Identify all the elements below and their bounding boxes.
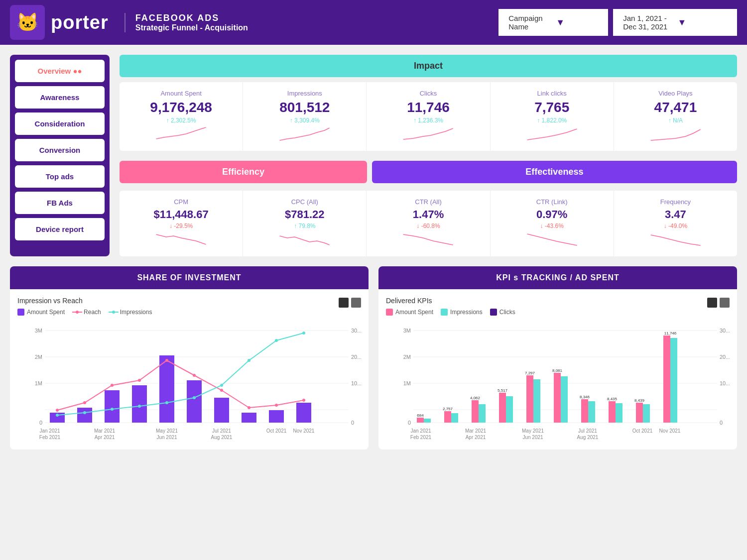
metric-value: 7,765 [496,100,609,115]
metric-impressions: Impressions 801,512 ↑ 3,309.4% [243,82,367,151]
svg-text:20...: 20... [351,354,361,360]
svg-point-30 [138,379,141,382]
svg-rect-79 [663,336,670,423]
header-title-sub: Strategic Funnel - Acquisition [135,23,248,32]
soi-legend: Amount Spent Reach Impressions [17,309,361,316]
legend-amount-spent: Amount Spent [17,309,65,316]
sidebar-item-overview[interactable]: Overview ●● [15,60,105,82]
sparkline-ctr-link [496,232,609,247]
svg-text:8,081: 8,081 [552,368,563,373]
impact-metrics-row: Amount Spent 9,176,248 ↑ 2,302.5% Impres… [120,82,737,151]
svg-text:11,746: 11,746 [664,331,677,336]
kpi-chart-svg: 3M 2M 1M 0 30... 20... 10... 0 [386,321,730,440]
svg-point-37 [56,414,59,417]
svg-text:3M: 3M [35,328,42,334]
efficiency-header: Efficiency [120,161,367,183]
svg-text:3M: 3M [403,328,411,334]
svg-point-33 [220,389,223,392]
svg-text:2M: 2M [403,354,411,360]
svg-point-36 [302,399,305,402]
sparkline-cpm [124,232,238,247]
date-arrow-icon: ▼ [678,17,727,28]
metric-ctr-link: CTR (Link) 0.97% ↓ -43.6% [491,191,614,256]
svg-rect-23 [214,398,229,423]
sidebar-item-awareness[interactable]: Awareness [15,86,105,109]
sparkline-video-plays [619,126,732,141]
svg-text:Oct 2021: Oct 2021 [266,428,287,434]
legend-impressions: Impressions [109,309,152,316]
svg-text:Jun 2021: Jun 2021 [156,435,177,440]
campaign-select[interactable]: Campaign Name ▼ [498,9,608,36]
reach-line-icon [72,310,82,315]
metric-label: Frequency [619,198,732,206]
sidebar-item-conversion[interactable]: Conversion [15,139,105,161]
sidebar-item-top-ads[interactable]: Top ads [15,165,105,188]
svg-text:8,346: 8,346 [580,395,590,399]
chart-icon-line[interactable] [351,298,361,308]
eff-metrics-row: CPM $11,448.67 ↓ -29.5% CPC (All) $781.2… [120,191,737,256]
metric-value: 1.47% [372,208,485,221]
sparkline-link-clicks [496,126,609,141]
sparkline-impressions [248,126,361,141]
svg-text:Feb 2021: Feb 2021 [410,435,432,440]
svg-text:30...: 30... [720,328,730,334]
soi-chart-icons [339,298,361,308]
kpi-chart-icon-2[interactable] [720,298,730,308]
metric-label: CTR (Link) [496,198,609,206]
sidebar-item-fb-ads[interactable]: FB Ads [15,192,105,214]
svg-text:0: 0 [39,420,42,426]
svg-point-39 [111,408,114,411]
svg-point-29 [111,384,114,387]
svg-point-40 [138,405,141,408]
svg-text:Aug 2021: Aug 2021 [577,435,599,440]
metric-value: 0.97% [496,208,609,221]
main-content: Overview ●● Awareness Consideration Conv… [0,45,747,266]
metric-ctr-all: CTR (All) 1.47% ↓ -60.8% [367,191,490,256]
svg-text:Jan 2021: Jan 2021 [39,428,60,434]
sparkline-ctr-all [372,232,485,247]
metric-change: ↓ -43.6% [496,223,609,229]
svg-point-1 [76,311,79,314]
svg-text:Aug 2021: Aug 2021 [211,435,233,440]
metric-change: ↑ 1,822.0% [496,117,609,124]
svg-rect-82 [479,404,486,423]
header-controls: Campaign Name ▼ Jan 1, 2021 - Dec 31, 20… [498,9,737,36]
sidebar-item-consideration[interactable]: Consideration [15,112,105,135]
svg-rect-87 [616,403,622,423]
sparkline-clicks [372,126,485,141]
sidebar: Overview ●● Awareness Consideration Conv… [10,55,110,256]
chart-icon-bar[interactable] [339,298,349,308]
svg-text:Nov 2021: Nov 2021 [659,428,681,434]
svg-point-28 [83,401,86,404]
charts-row: SHARE OF INVESTMENT Impression vs Reach … [0,266,747,459]
kpi-chart-icons [707,298,730,308]
share-of-investment-body: Impression vs Reach Amount Spent Reach [10,289,369,449]
svg-text:1M: 1M [35,380,42,386]
kpi-tracking-header: KPI s TRACKING / AD SPENT [378,266,737,289]
kpi-chart-icon-1[interactable] [707,298,717,308]
legend-label-amount: Amount Spent [27,309,65,316]
metric-change: ↑ N/A [619,117,732,124]
metric-value: 801,512 [248,100,361,115]
metric-change: ↑ 3,309.4% [248,117,361,124]
sidebar-item-device-report[interactable]: Device report [15,218,105,240]
soi-chart-title: Impression vs Reach [17,297,83,305]
svg-rect-18 [77,408,92,423]
svg-text:20...: 20... [720,354,730,360]
date-range-select[interactable]: Jan 1, 2021 - Dec 31, 2021 ▼ [613,9,737,36]
svg-rect-71 [444,411,451,423]
svg-rect-20 [132,385,147,423]
metric-amount-spent: Amount Spent 9,176,248 ↑ 2,302.5% [120,82,243,151]
svg-rect-75 [554,373,561,423]
svg-text:Apr 2021: Apr 2021 [95,435,115,440]
svg-text:2,757: 2,757 [443,407,453,411]
svg-text:Nov 2021: Nov 2021 [293,428,315,434]
svg-point-35 [275,404,278,407]
sparkline-frequency [619,232,732,247]
metric-label: Amount Spent [124,90,238,97]
svg-text:Jul 2021: Jul 2021 [578,428,597,434]
svg-rect-76 [581,399,588,423]
svg-text:2M: 2M [35,354,42,360]
svg-rect-86 [588,401,595,423]
svg-text:1M: 1M [403,380,411,386]
